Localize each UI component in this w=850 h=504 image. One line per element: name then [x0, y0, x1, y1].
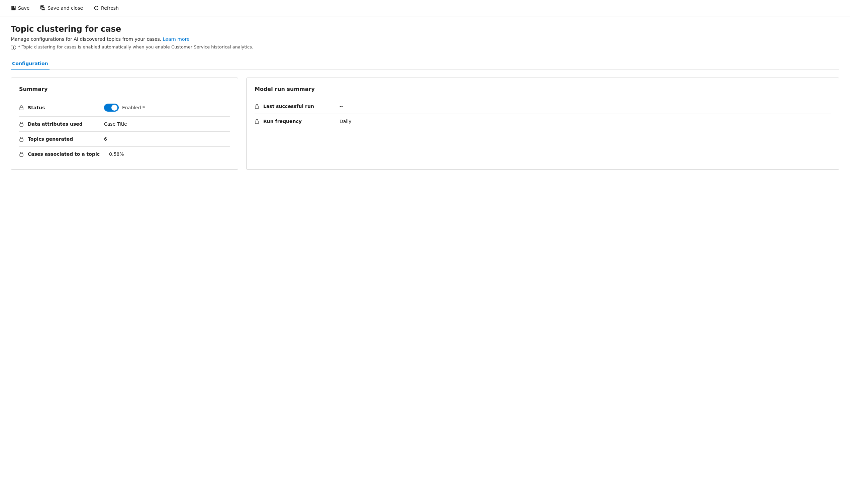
info-icon: i	[11, 45, 16, 50]
refresh-label: Refresh	[101, 5, 119, 11]
status-toggle[interactable]	[104, 104, 119, 112]
page-title: Topic clustering for case	[11, 24, 839, 34]
tabs: Configuration	[11, 58, 839, 70]
cases-associated-row: Cases associated to a topic 0.58%	[19, 147, 230, 161]
data-attributes-lock-icon	[19, 121, 24, 127]
toggle-text: Enabled *	[122, 105, 145, 110]
tab-configuration[interactable]: Configuration	[11, 58, 50, 70]
last-run-row: Last successful run --	[255, 99, 831, 114]
svg-rect-12	[20, 154, 23, 157]
info-note-text: * Topic clustering for cases is enabled …	[18, 44, 253, 50]
save-icon	[11, 5, 16, 11]
run-frequency-lock-icon	[255, 119, 259, 124]
last-run-value: --	[340, 104, 343, 109]
run-frequency-value: Daily	[340, 119, 351, 124]
status-row: Status Enabled *	[19, 99, 230, 116]
refresh-icon	[94, 5, 99, 11]
page-description: Manage configurations for AI discovered …	[11, 36, 839, 42]
save-close-label: Save and close	[48, 5, 83, 11]
run-frequency-label: Run frequency	[263, 119, 330, 124]
topics-generated-lock-icon	[19, 137, 24, 142]
cases-associated-label: Cases associated to a topic	[28, 151, 100, 157]
cases-associated-lock-icon	[19, 151, 24, 157]
learn-more-link[interactable]: Learn more	[163, 36, 190, 42]
model-run-card-title: Model run summary	[255, 86, 831, 92]
data-attributes-label: Data attributes used	[28, 121, 95, 127]
svg-rect-7	[42, 7, 44, 8]
last-run-label: Last successful run	[263, 104, 330, 109]
data-attributes-value: Case Title	[104, 121, 127, 127]
svg-rect-10	[20, 124, 23, 126]
topics-generated-label: Topics generated	[28, 137, 95, 142]
save-close-button[interactable]: Save and close	[35, 3, 88, 13]
run-frequency-row: Run frequency Daily	[255, 114, 831, 129]
toolbar: Save Save and close Refresh	[0, 0, 850, 16]
svg-rect-11	[20, 139, 23, 141]
status-toggle-wrapper: Enabled *	[104, 104, 145, 112]
svg-rect-1	[12, 6, 14, 8]
status-label: Status	[28, 105, 95, 110]
toggle-slider	[104, 104, 119, 112]
svg-rect-9	[20, 107, 23, 110]
last-run-lock-icon	[255, 104, 259, 109]
save-button[interactable]: Save	[5, 3, 35, 13]
summary-card-title: Summary	[19, 86, 230, 92]
svg-rect-13	[255, 106, 259, 109]
data-attributes-row: Data attributes used Case Title	[19, 116, 230, 132]
status-lock-icon	[19, 105, 24, 110]
cases-associated-value: 0.58%	[109, 151, 124, 157]
summary-card: Summary Status Enabled *	[11, 77, 238, 170]
save-close-icon	[40, 5, 46, 11]
svg-rect-14	[255, 121, 259, 124]
topics-generated-row: Topics generated 6	[19, 132, 230, 147]
description-text: Manage configurations for AI discovered …	[11, 36, 161, 42]
cards-row: Summary Status Enabled *	[11, 77, 839, 170]
refresh-button[interactable]: Refresh	[88, 3, 124, 13]
svg-rect-2	[12, 8, 15, 10]
save-label: Save	[18, 5, 30, 11]
topics-generated-value: 6	[104, 137, 107, 142]
svg-rect-8	[42, 9, 45, 10]
info-note: i * Topic clustering for cases is enable…	[11, 44, 839, 50]
model-run-card: Model run summary Last successful run --	[246, 77, 839, 170]
page-content: Topic clustering for case Manage configu…	[0, 16, 850, 178]
